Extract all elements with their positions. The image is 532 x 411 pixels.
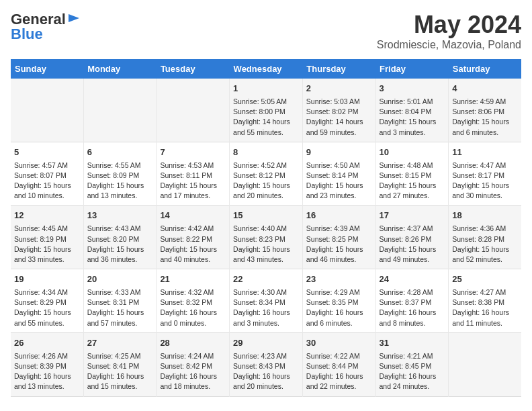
cell-text: Sunrise: 4:24 AM — [160, 351, 226, 361]
calendar-cell: 20Sunrise: 4:33 AMSunset: 8:31 PMDayligh… — [83, 269, 157, 333]
calendar-title: May 2024 — [377, 11, 521, 39]
cell-text: Sunrise: 4:36 AM — [452, 224, 518, 234]
cell-text: Daylight: 16 hours — [160, 371, 226, 381]
cell-text: Daylight: 15 hours — [452, 117, 518, 127]
calendar-cell: 28Sunrise: 4:24 AMSunset: 8:42 PMDayligh… — [157, 332, 230, 396]
calendar-cell: 2Sunrise: 5:03 AMSunset: 8:02 PMDaylight… — [302, 79, 375, 142]
cell-text: and 52 minutes. — [452, 255, 518, 265]
cell-text: Daylight: 14 hours — [233, 117, 299, 127]
cell-text: Sunrise: 4:45 AM — [14, 224, 80, 234]
cell-text: and 3 minutes. — [233, 318, 299, 328]
calendar-week-2: 5Sunrise: 4:57 AMSunset: 8:07 PMDaylight… — [11, 142, 521, 205]
cell-text: Daylight: 15 hours — [452, 244, 518, 255]
cell-text: and 27 minutes. — [380, 191, 445, 201]
cell-text: Daylight: 15 hours — [380, 181, 445, 191]
cell-text: and 23 minutes. — [306, 191, 372, 201]
cell-text: Daylight: 15 hours — [233, 244, 299, 255]
cell-text: Sunset: 8:34 PM — [233, 298, 299, 308]
header-friday: Friday — [375, 59, 449, 79]
cell-text: Sunset: 8:20 PM — [87, 234, 153, 244]
cell-text: Sunrise: 4:32 AM — [160, 287, 226, 298]
calendar-cell: 9Sunrise: 4:50 AMSunset: 8:14 PMDaylight… — [302, 142, 375, 205]
cell-text: and 10 minutes. — [14, 191, 80, 201]
day-number: 18 — [452, 210, 518, 222]
cell-text: Daylight: 16 hours — [380, 371, 445, 381]
cell-text: Sunset: 8:41 PM — [87, 361, 153, 371]
cell-text: and 0 minutes. — [160, 318, 226, 328]
cell-text: Sunrise: 4:52 AM — [233, 161, 299, 171]
calendar-cell: 15Sunrise: 4:40 AMSunset: 8:23 PMDayligh… — [230, 205, 303, 269]
calendar-cell: 30Sunrise: 4:22 AMSunset: 8:44 PMDayligh… — [302, 332, 375, 396]
cell-text: and 33 minutes. — [14, 255, 80, 265]
calendar-cell — [83, 79, 157, 142]
header-sunday: Sunday — [11, 59, 83, 79]
calendar-cell: 27Sunrise: 4:25 AMSunset: 8:41 PMDayligh… — [83, 332, 157, 396]
calendar-cell: 29Sunrise: 4:23 AMSunset: 8:43 PMDayligh… — [230, 332, 303, 396]
logo-arrow-icon — [67, 11, 81, 25]
calendar-cell: 3Sunrise: 5:01 AMSunset: 8:04 PMDaylight… — [375, 79, 449, 142]
cell-text: Sunset: 8:26 PM — [380, 234, 445, 244]
cell-text: and 18 minutes. — [160, 381, 226, 392]
cell-text: Sunrise: 4:48 AM — [380, 161, 445, 171]
cell-text: and 20 minutes. — [233, 191, 299, 201]
cell-text: Daylight: 16 hours — [160, 308, 226, 318]
header-saturday: Saturday — [449, 59, 521, 79]
day-number: 4 — [452, 83, 518, 95]
cell-text: Daylight: 15 hours — [14, 308, 80, 318]
cell-text: Sunset: 8:37 PM — [380, 298, 445, 308]
day-number: 30 — [306, 337, 372, 350]
day-number: 26 — [14, 337, 80, 350]
cell-text: Sunset: 8:43 PM — [233, 361, 299, 371]
day-number: 6 — [87, 146, 153, 159]
header-wednesday: Wednesday — [230, 59, 303, 79]
cell-text: Sunset: 8:35 PM — [306, 298, 372, 308]
calendar-cell — [11, 79, 83, 142]
cell-text: Sunset: 8:44 PM — [306, 361, 372, 371]
cell-text: Sunrise: 5:05 AM — [233, 97, 299, 107]
cell-text: Daylight: 16 hours — [233, 308, 299, 318]
cell-text: Sunrise: 4:50 AM — [306, 161, 372, 171]
cell-text: and 20 minutes. — [233, 381, 299, 392]
day-number: 19 — [14, 273, 80, 286]
calendar-cell: 14Sunrise: 4:42 AMSunset: 8:22 PMDayligh… — [157, 205, 230, 269]
calendar-cell: 31Sunrise: 4:21 AMSunset: 8:45 PMDayligh… — [375, 332, 449, 396]
calendar-cell: 13Sunrise: 4:43 AMSunset: 8:20 PMDayligh… — [83, 205, 157, 269]
day-number: 2 — [306, 83, 372, 95]
day-number: 8 — [233, 146, 299, 159]
cell-text: Sunrise: 4:25 AM — [87, 351, 153, 361]
cell-text: Daylight: 16 hours — [306, 308, 372, 318]
day-number: 14 — [160, 210, 226, 222]
day-number: 11 — [452, 146, 518, 159]
cell-text: and 8 minutes. — [380, 318, 445, 328]
calendar-cell: 5Sunrise: 4:57 AMSunset: 8:07 PMDaylight… — [11, 142, 83, 205]
calendar-cell — [449, 332, 521, 396]
calendar-cell: 19Sunrise: 4:34 AMSunset: 8:29 PMDayligh… — [11, 269, 83, 333]
cell-text: and 13 minutes. — [14, 381, 80, 392]
calendar-cell: 24Sunrise: 4:28 AMSunset: 8:37 PMDayligh… — [375, 269, 449, 333]
cell-text: Sunset: 8:19 PM — [14, 234, 80, 244]
cell-text: Sunset: 8:39 PM — [14, 361, 80, 371]
day-number: 27 — [87, 337, 153, 350]
cell-text: and 24 minutes. — [380, 381, 445, 392]
calendar-cell: 12Sunrise: 4:45 AMSunset: 8:19 PMDayligh… — [11, 205, 83, 269]
calendar-table: Sunday Monday Tuesday Wednesday Thursday… — [11, 59, 521, 397]
cell-text: and 36 minutes. — [87, 255, 153, 265]
cell-text: and 22 minutes. — [306, 381, 372, 392]
cell-text: Sunset: 8:32 PM — [160, 298, 226, 308]
cell-text: Daylight: 15 hours — [306, 181, 372, 191]
day-number: 21 — [160, 273, 226, 286]
calendar-week-3: 12Sunrise: 4:45 AMSunset: 8:19 PMDayligh… — [11, 205, 521, 269]
calendar-cell: 22Sunrise: 4:30 AMSunset: 8:34 PMDayligh… — [230, 269, 303, 333]
day-number: 24 — [380, 273, 445, 286]
calendar-header-row: Sunday Monday Tuesday Wednesday Thursday… — [11, 59, 521, 79]
cell-text: Sunset: 8:23 PM — [233, 234, 299, 244]
cell-text: and 59 minutes. — [306, 128, 372, 138]
cell-text: and 15 minutes. — [87, 381, 153, 392]
cell-text: Sunrise: 4:57 AM — [14, 161, 80, 171]
cell-text: Sunrise: 4:29 AM — [306, 287, 372, 298]
cell-text: and 55 minutes. — [233, 128, 299, 138]
cell-text: Sunrise: 4:53 AM — [160, 161, 226, 171]
calendar-cell: 8Sunrise: 4:52 AMSunset: 8:12 PMDaylight… — [230, 142, 303, 205]
cell-text: Sunset: 8:11 PM — [160, 171, 226, 181]
cell-text: Sunrise: 4:39 AM — [306, 224, 372, 234]
